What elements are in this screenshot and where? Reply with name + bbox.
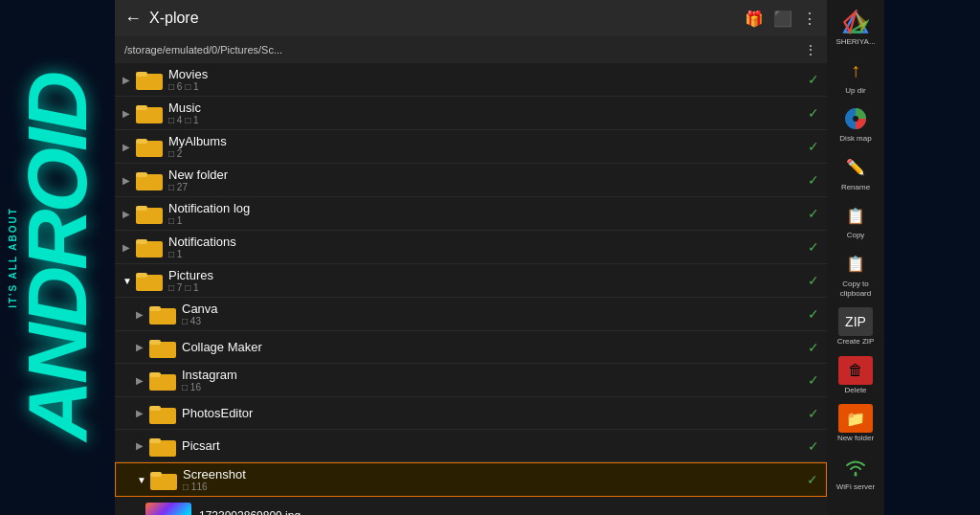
right-toolbar: SHERIYA... ↑ Up dir Disk map ✏️ Rename [827, 0, 884, 515]
checkmark-icon: ✓ [808, 273, 819, 288]
list-item[interactable]: ▶ PhotosEditor ✓ [115, 397, 827, 430]
file-info: MyAlbums □ 2 [168, 134, 802, 159]
file-meta: □ 116 [183, 481, 801, 492]
google-drive-icon [838, 8, 873, 36]
gift-icon[interactable]: 🎁 [745, 10, 764, 28]
screenshot-folder-item[interactable]: ▼ Screenshot □ 116 ✓ [115, 462, 827, 497]
checkmark-icon: ✓ [808, 105, 819, 121]
file-info: Canva □ 43 [182, 302, 802, 326]
file-meta: □ 6 □ 1 [168, 81, 802, 92]
folder-icon [136, 102, 163, 123]
list-item[interactable]: ▶ Notifications □ 1 ✓ [115, 231, 827, 264]
folder-icon [149, 369, 176, 391]
expand-arrow: ▶ [122, 75, 136, 85]
pathbar: /storage/emulated/0/Pictures/Sc... ⋮ [115, 36, 827, 63]
delete-icon: 🗑 [838, 356, 873, 385]
phone-screen: ← X-plore 🎁 ⬛ ⋮ /storage/emulated/0/Pict… [115, 0, 884, 515]
folder-icon [149, 337, 176, 358]
list-item[interactable]: ▶ New folder □ 27 ✓ [115, 164, 827, 197]
disk-map-icon [838, 104, 873, 133]
file-name: Canva [182, 302, 802, 316]
svg-rect-15 [149, 306, 161, 311]
screenshot-folder-name: Screenshot [183, 467, 801, 481]
checkmark-icon: ✓ [808, 406, 819, 421]
toolbar-item-newfolder[interactable]: 📁 New folder [827, 400, 884, 447]
list-item[interactable]: ▶ Canva □ 43 ✓ [115, 298, 827, 331]
toolbar-label-rename: Rename [841, 183, 870, 192]
folder-icon [136, 169, 163, 190]
file-name: Notifications [168, 235, 802, 249]
file-meta: □ 4 □ 1 [168, 115, 802, 125]
folder-icon [149, 436, 176, 457]
toolbar-item-updir[interactable]: ↑ Up dir [827, 53, 884, 100]
file-info: Notification log □ 1 [168, 201, 802, 226]
list-item[interactable]: ▶ Picsart ✓ [115, 430, 827, 462]
toolbar-label-diskmap: Disk map [839, 134, 871, 144]
toolbar-item-createzip[interactable]: ZIP Create ZIP [827, 303, 884, 350]
expand-arrow: ▶ [122, 142, 136, 152]
copy-icon: 📋 [838, 201, 873, 230]
svg-rect-1 [136, 72, 147, 77]
file-info: Movies □ 6 □ 1 [168, 67, 802, 92]
expand-arrow: ▼ [122, 276, 136, 286]
checkmark-icon: ✓ [808, 438, 819, 454]
toolbar-item-rename[interactable]: ✏️ Rename [827, 149, 884, 196]
file-name: Pictures [168, 268, 802, 282]
list-item[interactable]: ▶ Music □ 4 □ 1 ✓ [115, 97, 827, 130]
checkmark-icon: ✓ [808, 72, 819, 87]
svg-rect-7 [136, 172, 147, 177]
list-item[interactable]: ▶ MyAlbums □ 2 ✓ [115, 130, 827, 164]
more-options-icon[interactable]: ⋮ [802, 10, 817, 28]
toolbar-item-diskmap[interactable]: Disk map [827, 101, 884, 147]
toolbar-item-wifi[interactable]: WiFi server [827, 449, 884, 496]
folder-icon [136, 270, 163, 291]
right-panel [884, 0, 980, 515]
file-manager: ← X-plore 🎁 ⬛ ⋮ /storage/emulated/0/Pict… [115, 0, 827, 515]
topbar: ← X-plore 🎁 ⬛ ⋮ [115, 0, 827, 36]
file-meta: □ 16 [182, 382, 802, 392]
file-info: Notifications □ 1 [168, 235, 802, 259]
expand-arrow: ▶ [122, 209, 136, 219]
expand-arrow: ▶ [122, 175, 136, 186]
up-dir-icon: ↑ [838, 56, 873, 85]
checkmark-icon: ✓ [808, 172, 819, 188]
app-title: X-plore [149, 10, 199, 27]
expand-arrow: ▶ [136, 408, 149, 418]
image-preview-row[interactable]: 1723902869809.jpg Aug 17, 6:54 PM 348KB [115, 497, 827, 515]
expand-arrow: ▶ [122, 108, 136, 119]
checkmark-icon: ✓ [807, 472, 818, 487]
file-meta: □ 1 [168, 215, 802, 226]
svg-rect-21 [149, 406, 161, 411]
toolbar-item-drive[interactable]: SHERIYA... [827, 4, 884, 51]
list-item[interactable]: ▼ Pictures □ 7 □ 1 ✓ [115, 264, 827, 298]
list-item[interactable]: ▶ Instagram □ 16 ✓ [115, 364, 827, 397]
toolbar-item-copy-clipboard[interactable]: 📋 Copy to clipboard [827, 246, 884, 302]
toolbar-label-newfolder: New folder [837, 434, 874, 443]
folder-icon [136, 203, 163, 224]
checkmark-icon: ✓ [808, 239, 819, 255]
checkmark-icon: ✓ [808, 306, 819, 322]
toolbar-label-drive: SHERIYA... [835, 37, 875, 47]
toolbar-label-wifi: WiFi server [836, 482, 875, 492]
expand-arrow: ▼ [137, 475, 150, 485]
back-button[interactable]: ← [124, 9, 142, 29]
file-meta: □ 7 □ 1 [168, 282, 802, 293]
path-more-icon[interactable]: ⋮ [804, 42, 817, 57]
file-name: Music [168, 101, 802, 115]
image-details: 1723902869809.jpg Aug 17, 6:54 PM [199, 509, 780, 516]
left-decorative-panel: IT'S ALL ABOUT ANDROID [0, 0, 115, 515]
file-info: PhotosEditor [182, 406, 802, 420]
toolbar-item-copy[interactable]: 📋 Copy [827, 197, 884, 244]
topbar-icons: 🎁 ⬛ ⋮ [745, 10, 817, 28]
create-zip-icon: ZIP [838, 307, 873, 336]
list-item[interactable]: ▶ Collage Maker ✓ [115, 331, 827, 364]
list-item[interactable]: ▶ Movies □ 6 □ 1 ✓ [115, 63, 827, 97]
copy-clipboard-icon: 📋 [838, 250, 873, 279]
file-info: Pictures □ 7 □ 1 [168, 268, 802, 293]
folder-icon [136, 236, 163, 258]
list-item[interactable]: ▶ Notification log □ 1 ✓ [115, 197, 827, 231]
layout-icon[interactable]: ⬛ [773, 10, 792, 28]
rename-icon: ✏️ [838, 153, 873, 182]
toolbar-item-delete[interactable]: 🗑 Delete [827, 352, 884, 399]
file-name: Movies [168, 67, 802, 81]
